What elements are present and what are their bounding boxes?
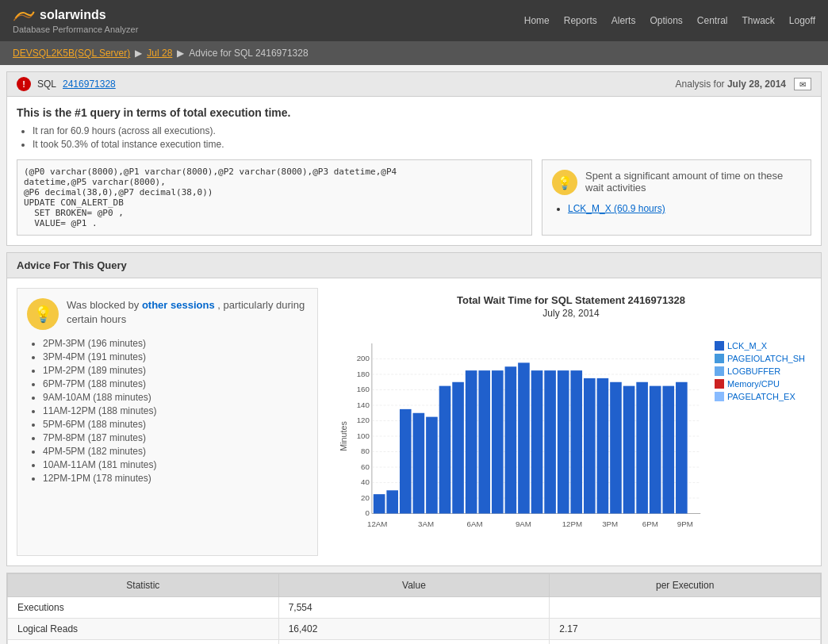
legend-memory: Memory/CPU bbox=[715, 379, 805, 389]
breadcrumb-sep1: ▶ bbox=[135, 48, 142, 59]
svg-rect-27 bbox=[413, 413, 425, 514]
sql-label: SQL bbox=[37, 79, 56, 90]
hour-item: 6PM-7PM (188 minutes) bbox=[43, 378, 308, 389]
svg-text:3PM: 3PM bbox=[602, 519, 618, 528]
breadcrumb-current: Advice for SQL 2416971328 bbox=[189, 48, 308, 59]
nav-central[interactable]: Central bbox=[697, 15, 728, 26]
legend-lck: LCK_M_X bbox=[715, 341, 805, 351]
legend-pageio-color bbox=[715, 354, 724, 363]
svg-text:6AM: 6AM bbox=[467, 519, 483, 528]
svg-text:0: 0 bbox=[366, 508, 370, 517]
analysis-date: Analysis for July 28, 2014 bbox=[676, 79, 786, 90]
hour-item: 3PM-4PM (191 minutes) bbox=[43, 351, 308, 362]
legend-pagelatch-color bbox=[715, 392, 724, 401]
svg-text:12AM: 12AM bbox=[367, 519, 387, 528]
val-logical-reads: 16,402 bbox=[278, 619, 550, 640]
svg-text:6PM: 6PM bbox=[642, 519, 658, 528]
nav-home[interactable]: Home bbox=[524, 15, 550, 26]
chart-subtitle: July 28, 2014 bbox=[337, 308, 805, 319]
stats-table: Statistic Value per Execution Executions… bbox=[7, 573, 821, 644]
wait-advice-header: 💡 Spent a significant amount of time on … bbox=[552, 170, 801, 195]
main-content: ! SQL 2416971328 Analysis for July 28, 2… bbox=[0, 65, 828, 644]
sql-code: (@P0 varchar(8000),@P1 varchar(8000),@P2… bbox=[24, 167, 525, 228]
lck-mx-link[interactable]: LCK_M_X (60.9 hours) bbox=[568, 203, 665, 214]
per-logical-writes: 0.063 bbox=[550, 640, 821, 645]
svg-rect-26 bbox=[400, 409, 412, 514]
svg-rect-34 bbox=[505, 366, 517, 513]
wait-advice-box: 💡 Spent a significant amount of time on … bbox=[542, 159, 811, 236]
svg-text:9PM: 9PM bbox=[677, 519, 693, 528]
email-button[interactable]: ✉ bbox=[794, 78, 811, 90]
hour-item: 12PM-1PM (178 minutes) bbox=[43, 473, 308, 484]
sql-body: This is the #1 query in terms of total e… bbox=[7, 97, 821, 245]
nav-alerts[interactable]: Alerts bbox=[611, 15, 636, 26]
nav-thwack[interactable]: Thwack bbox=[742, 15, 775, 26]
legend-lck-label[interactable]: LCK_M_X bbox=[727, 341, 767, 351]
sql-main-text: This is the #1 query in terms of total e… bbox=[17, 106, 811, 119]
chart-panel: Total Wait Time for SQL Statement 241697… bbox=[331, 288, 811, 556]
logo-text: solarwinds bbox=[40, 8, 106, 22]
svg-rect-38 bbox=[558, 370, 569, 513]
sql-id-link[interactable]: 2416971328 bbox=[63, 79, 116, 90]
sql-header-left: ! SQL 2416971328 bbox=[17, 77, 116, 91]
chart-legend: LCK_M_X PAGEIOLATCH_SH LOGBUFFER Me bbox=[715, 325, 805, 550]
sql-bullets: It ran for 60.9 hours (across all execut… bbox=[33, 125, 811, 150]
legend-logbuffer: LOGBUFFER bbox=[715, 366, 805, 376]
header: solarwinds Database Performance Analyzer… bbox=[0, 0, 828, 41]
hour-item: 4PM-5PM (182 minutes) bbox=[43, 446, 308, 457]
blocked-hours-list: 2PM-3PM (196 minutes) 3PM-4PM (191 minut… bbox=[43, 338, 308, 484]
svg-text:100: 100 bbox=[357, 431, 370, 440]
svg-rect-33 bbox=[492, 370, 504, 513]
svg-text:80: 80 bbox=[361, 447, 370, 455]
svg-rect-45 bbox=[650, 386, 661, 514]
svg-rect-47 bbox=[676, 382, 688, 514]
sql-code-box[interactable]: (@P0 varchar(8000),@P1 varchar(8000),@P2… bbox=[17, 159, 532, 236]
hour-item: 10AM-11AM (181 minutes) bbox=[43, 459, 308, 470]
svg-rect-39 bbox=[570, 370, 582, 513]
blocked-panel: 💡 Was blocked by other sessions , partic… bbox=[17, 288, 318, 556]
solarwinds-logo-icon bbox=[13, 7, 35, 23]
sql-header: ! SQL 2416971328 Analysis for July 28, 2… bbox=[7, 72, 821, 97]
breadcrumb-date[interactable]: Jul 28 bbox=[147, 48, 172, 59]
legend-pagelatch-label[interactable]: PAGELATCH_EX bbox=[727, 392, 795, 401]
svg-text:3AM: 3AM bbox=[418, 519, 434, 528]
legend-logbuffer-label[interactable]: LOGBUFFER bbox=[727, 366, 780, 376]
svg-rect-42 bbox=[610, 382, 622, 514]
nav-links: Home Reports Alerts Options Central Thwa… bbox=[524, 15, 815, 26]
sql-bullet2: It took 50.3% of total instance executio… bbox=[33, 139, 811, 150]
nav-options[interactable]: Options bbox=[650, 15, 682, 26]
legend-logbuffer-color bbox=[715, 366, 724, 376]
svg-rect-30 bbox=[452, 382, 464, 514]
error-icon: ! bbox=[17, 77, 31, 91]
blocked-header: 💡 Was blocked by other sessions , partic… bbox=[27, 298, 308, 330]
nav-reports[interactable]: Reports bbox=[564, 15, 597, 26]
svg-text:Minutes: Minutes bbox=[339, 421, 348, 451]
breadcrumb: DEVSQL2K5B(SQL Server) ▶ Jul 28 ▶ Advice… bbox=[0, 41, 828, 65]
sql-info-card: ! SQL 2416971328 Analysis for July 28, 2… bbox=[6, 71, 822, 246]
legend-memory-label[interactable]: Memory/CPU bbox=[727, 379, 780, 389]
hour-item: 9AM-10AM (188 minutes) bbox=[43, 392, 308, 403]
chart-svg-container: Minutes bbox=[337, 325, 708, 550]
per-executions bbox=[550, 597, 821, 619]
svg-rect-40 bbox=[584, 378, 596, 514]
svg-rect-28 bbox=[426, 417, 438, 514]
stat-executions: Executions bbox=[8, 597, 279, 619]
legend-pageio-label[interactable]: PAGEIOLATCH_SH bbox=[727, 354, 805, 363]
legend-pagelatch: PAGELATCH_EX bbox=[715, 392, 805, 401]
hour-item: 2PM-3PM (196 minutes) bbox=[43, 338, 308, 349]
wait-advice-list: LCK_M_X (60.9 hours) bbox=[568, 203, 801, 214]
stats-header-per: per Execution bbox=[550, 574, 821, 597]
svg-rect-31 bbox=[466, 370, 477, 513]
val-logical-writes: 473 bbox=[278, 640, 550, 645]
nav-logoff[interactable]: Logoff bbox=[789, 15, 815, 26]
svg-text:160: 160 bbox=[357, 385, 370, 393]
legend-lck-color bbox=[715, 341, 724, 351]
chart-title: Total Wait Time for SQL Statement 241697… bbox=[337, 294, 805, 306]
advice-section: Advice For This Query 💡 Was blocked by o… bbox=[6, 252, 822, 566]
breadcrumb-server[interactable]: DEVSQL2K5B(SQL Server) bbox=[13, 48, 130, 59]
bar-chart-svg: Minutes bbox=[337, 325, 708, 547]
svg-text:20: 20 bbox=[361, 493, 370, 502]
logo-subtitle: Database Performance Analyzer bbox=[13, 25, 138, 34]
hour-item: 7PM-8PM (187 minutes) bbox=[43, 432, 308, 443]
chart-area: Minutes bbox=[337, 325, 805, 550]
